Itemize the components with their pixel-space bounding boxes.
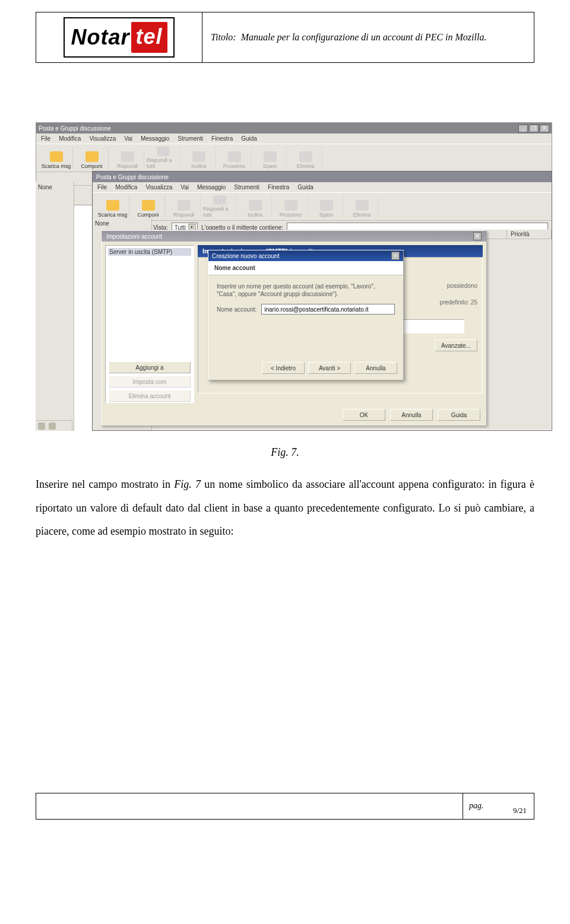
back-button[interactable]: < Indietro: [262, 362, 305, 374]
inner-titlebar: Posta e Gruppi discussione: [93, 172, 552, 182]
tb2-scarica[interactable]: Scarica msg: [96, 195, 129, 218]
menu-file[interactable]: File: [41, 135, 50, 142]
tb2-prossimo[interactable]: Prossimo: [274, 195, 308, 218]
account-name-input[interactable]: [261, 304, 395, 315]
tb-rispondi[interactable]: Rispondi: [111, 147, 144, 169]
footer-page-number: 9/21: [513, 806, 527, 815]
tb2-rispondi[interactable]: Rispondi: [167, 195, 201, 218]
outer-tree: None: [36, 182, 74, 431]
menu-messaggio-2[interactable]: Messaggio: [197, 184, 226, 190]
menu-guida[interactable]: Guida: [241, 135, 257, 142]
tb2-componi[interactable]: Componi: [132, 195, 165, 218]
close-icon[interactable]: ✕: [473, 232, 482, 240]
menu-vai[interactable]: Vai: [124, 135, 132, 142]
logo: Notartel: [64, 17, 174, 58]
tb2-spam[interactable]: Spam: [310, 195, 343, 218]
outer-window-title: Posta e Gruppi discussione: [39, 125, 111, 132]
page-title: Manuale per la configurazione di un acco…: [241, 32, 487, 42]
set-default-button[interactable]: Imposta com: [109, 376, 191, 388]
account-dialog-title: Impostazioni account ✕: [102, 231, 486, 242]
side-text-2: predefinito: 25: [440, 299, 477, 306]
advanced-button[interactable]: Avanzate...: [435, 339, 477, 351]
next-button[interactable]: Avanti >: [308, 362, 351, 374]
inner-toolbar: Scarica msg Componi Rispondi Rispondi a …: [93, 192, 552, 221]
delete-account-button[interactable]: Elimina account: [109, 390, 191, 402]
inner-window-title: Posta e Gruppi discussione: [96, 174, 169, 180]
ok-button[interactable]: OK: [343, 409, 385, 421]
menu-finestra[interactable]: Finestra: [211, 135, 233, 142]
body-paragraph: Inserire nel campo mostrato in Fig. 7 un…: [36, 473, 534, 544]
menu-file-2[interactable]: File: [97, 184, 107, 190]
min-icon[interactable]: _: [518, 125, 528, 132]
menu-finestra-2[interactable]: Finestra: [268, 184, 289, 190]
menu-strumenti[interactable]: Strumenti: [178, 135, 203, 142]
inner-menubar[interactable]: File Modifica Visualizza Vai Messaggio S…: [93, 182, 552, 192]
tb2-rispondi-tutti[interactable]: Rispondi a tutti: [203, 195, 236, 218]
wizard-subtitle: Nome account: [208, 261, 403, 275]
side-text-1: possiedono: [447, 282, 477, 289]
body-a: Inserire nel campo mostrato in: [36, 478, 174, 490]
menu-visualizza-2[interactable]: Visualizza: [145, 184, 172, 190]
footer-page-cell: pag. 9/21: [463, 793, 534, 819]
help-button[interactable]: Guida: [438, 409, 480, 421]
close-icon[interactable]: ×: [391, 252, 400, 260]
menu-guida-2[interactable]: Guida: [297, 184, 314, 190]
figure-caption: Fig. 7.: [36, 446, 534, 459]
restore-icon[interactable]: ❐: [529, 125, 539, 132]
close-icon[interactable]: ✕: [540, 125, 549, 132]
none-label-2: None: [95, 220, 149, 227]
title-label: Titolo:: [211, 32, 236, 42]
status-bar: [36, 420, 72, 431]
col-priorita-2[interactable]: Priorità: [507, 230, 552, 239]
wizard-cancel-button[interactable]: Annulla: [354, 362, 397, 374]
tb-inoltra[interactable]: Inoltra: [182, 147, 216, 169]
title-cell: Titolo: Manuale per la configurazione di…: [202, 12, 534, 63]
tb-spam[interactable]: Spam: [254, 147, 287, 169]
outer-toolbar: Scarica msg Componi Rispondi Rispondi a …: [36, 144, 552, 172]
tb-scarica[interactable]: Scarica msg: [40, 147, 73, 169]
footer-empty: [36, 793, 463, 819]
tb-rispondi-tutti[interactable]: Rispondi a tutti: [147, 147, 180, 169]
none-label: None: [36, 182, 74, 193]
footer-label: pag.: [469, 801, 484, 810]
new-account-wizard: Creazione nuovo account × Nome account I…: [208, 250, 404, 380]
body-figref: Fig. 7: [174, 478, 201, 490]
tb2-inoltra[interactable]: Inoltra: [239, 195, 272, 218]
header-table: Notartel Titolo: Manuale per la configur…: [36, 12, 534, 63]
add-account-button[interactable]: Aggiungi a: [109, 361, 191, 373]
footer-table: pag. 9/21: [36, 793, 534, 820]
menu-modifica[interactable]: Modifica: [59, 135, 81, 142]
outer-menubar[interactable]: File Modifica Visualizza Vai Messaggio S…: [36, 134, 552, 144]
menu-strumenti-2[interactable]: Strumenti: [234, 184, 259, 190]
tb-componi[interactable]: Componi: [75, 147, 109, 169]
cancel-button[interactable]: Annulla: [390, 409, 433, 421]
account-name-label: Nome account:: [217, 306, 256, 313]
logo-prefix: Notar: [71, 25, 129, 50]
logo-cell: Notartel: [36, 12, 202, 63]
tb2-elimina[interactable]: Elimina: [346, 195, 379, 218]
menu-messaggio[interactable]: Messaggio: [141, 135, 169, 142]
menu-vai-2[interactable]: Vai: [180, 184, 189, 190]
screenshot: Posta e Gruppi discussione _ ❐ ✕ File Mo…: [36, 122, 552, 431]
account-tree-smtp[interactable]: Server in uscita (SMTP): [108, 248, 191, 256]
logo-suffix: tel: [131, 22, 167, 53]
status-icon: [38, 423, 45, 430]
wizard-title: Creazione nuovo account ×: [208, 250, 403, 261]
menu-visualizza[interactable]: Visualizza: [89, 135, 116, 142]
wizard-instructions: Inserire un nome per questo account (ad …: [217, 282, 395, 298]
tb-prossimo[interactable]: Prossimo: [218, 147, 251, 169]
outer-titlebar: Posta e Gruppi discussione _ ❐ ✕: [36, 123, 552, 134]
tb-elimina[interactable]: Elimina: [289, 147, 322, 169]
status-icon: [49, 423, 56, 430]
menu-modifica-2[interactable]: Modifica: [115, 184, 137, 190]
